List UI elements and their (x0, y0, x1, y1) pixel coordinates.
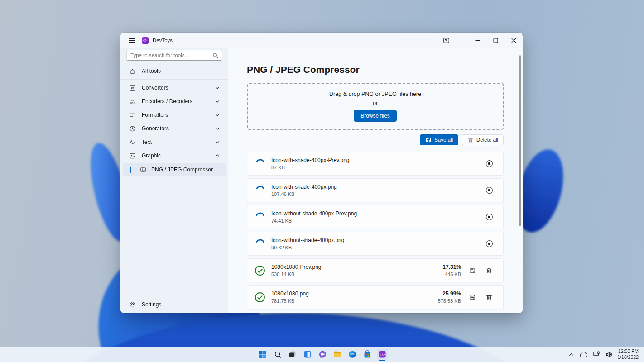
sidebar-item-label: Formatters (142, 112, 168, 118)
volume-tray-button[interactable] (605, 350, 614, 359)
trash-icon (485, 294, 493, 301)
compressed-size: 578.58 KB (438, 298, 461, 304)
sidebar-item-converters[interactable]: Converters (122, 81, 227, 95)
file-size: 107.46 KB (271, 191, 337, 197)
browse-files-button[interactable]: Browse files (354, 110, 397, 122)
encoders-decoders-icon: 101010 (129, 98, 136, 105)
page-title: PNG / JPEG Compressor (247, 64, 504, 75)
stop-icon (485, 160, 493, 167)
save-file-button[interactable] (467, 265, 478, 276)
chat-button[interactable] (317, 349, 328, 360)
dropzone-or-label: or (373, 100, 378, 106)
tool-search-box[interactable] (126, 50, 222, 61)
chat-icon (318, 350, 327, 358)
sidebar: All tools Converters 101010 (120, 48, 228, 313)
file-row: 1080x1080.png 781.75 KB 25.99% 578.58 KB (247, 285, 504, 309)
file-name: 1080x1080.png (271, 291, 309, 297)
sidebar-item-formatters[interactable]: Formatters (122, 108, 227, 122)
edge-browser-button[interactable] (347, 349, 358, 360)
svg-text:</>: </> (380, 353, 385, 357)
svg-text:101: 101 (129, 99, 134, 101)
compressed-size: 445 KB (442, 272, 461, 277)
sidebar-item-generators[interactable]: Generators (122, 122, 227, 135)
taskbar-devtoys-button[interactable]: </> (377, 349, 388, 360)
microsoft-store-icon (363, 350, 371, 358)
file-size: 74.41 KB (271, 218, 357, 224)
chevron-down-icon (215, 99, 220, 104)
sidebar-item-png-jpeg-compressor[interactable]: PNG / JPEG Compressor (123, 163, 226, 176)
compression-percent: 25.99% (438, 291, 461, 297)
sidebar-item-encoders-decoders[interactable]: 101010 Encoders / Decoders (122, 95, 227, 108)
progress-spinner-icon (255, 158, 265, 169)
taskbar-search-button[interactable] (272, 349, 283, 360)
compact-overlay-button[interactable] (438, 34, 454, 46)
file-row: Icon-with-shade-400px-Prev.png 87 KB (247, 152, 504, 176)
edge-icon (348, 350, 356, 358)
sidebar-item-label: Generators (142, 125, 169, 132)
stop-icon (485, 240, 493, 248)
vertical-scrollbar[interactable] (519, 55, 521, 226)
sidebar-item-all-tools[interactable]: All tools (122, 65, 227, 77)
sidebar-item-label: Converters (142, 85, 168, 91)
sidebar-item-label: All tools (142, 68, 161, 74)
stop-icon (485, 186, 493, 194)
save-file-button[interactable] (467, 292, 478, 303)
cancel-compression-button[interactable] (484, 212, 495, 223)
tray-time: 12:00 PM (617, 348, 639, 354)
devtoys-window: </> DevToys (120, 33, 523, 313)
hidden-icons-button[interactable] (567, 351, 575, 358)
widgets-button[interactable] (302, 349, 313, 360)
close-icon (511, 38, 516, 43)
delete-file-button[interactable] (484, 292, 495, 303)
cancel-compression-button[interactable] (484, 185, 495, 196)
graphic-tools-icon (129, 152, 136, 159)
chevron-down-icon (215, 112, 220, 118)
generators-icon (129, 125, 136, 132)
task-view-icon (288, 350, 297, 358)
save-icon (425, 137, 432, 143)
file-list: Icon-with-shade-400px-Prev.png 87 KB (247, 152, 504, 309)
task-view-button[interactable] (287, 349, 298, 360)
compact-overlay-icon (443, 37, 450, 44)
sidebar-divider (120, 79, 228, 80)
speaker-icon (606, 351, 613, 358)
file-name: Icon-without-shade-400px-Prev.png (271, 210, 357, 217)
cancel-compression-button[interactable] (484, 238, 495, 249)
minimize-button[interactable] (468, 33, 486, 48)
file-row: Icon-without-shade-400px-Prev.png 74.41 … (247, 205, 504, 229)
progress-spinner-icon (255, 238, 265, 249)
clock[interactable]: 12:00 PM 1/18/2022 (617, 348, 639, 360)
svg-text:A: A (130, 140, 133, 145)
onedrive-tray-button[interactable] (579, 351, 588, 358)
sidebar-item-text[interactable]: AA Text (122, 135, 227, 149)
save-all-button[interactable]: Save all (420, 134, 458, 145)
svg-text:010: 010 (130, 102, 135, 105)
delete-all-label: Delete all (476, 137, 498, 143)
image-file-icon (139, 166, 147, 173)
gear-icon (129, 301, 136, 308)
delete-file-button[interactable] (484, 265, 495, 276)
maximize-button[interactable] (486, 33, 505, 48)
tray-date: 1/18/2022 (617, 354, 639, 360)
file-dropzone[interactable]: Drag & drop PNG or JPEG files here or Br… (247, 83, 504, 130)
sidebar-item-graphic[interactable]: Graphic (122, 149, 227, 162)
maximize-icon (493, 38, 498, 43)
file-explorer-button[interactable] (332, 349, 343, 360)
sidebar-item-settings[interactable]: Settings (122, 298, 227, 311)
chevron-down-icon (215, 85, 220, 90)
search-icon (274, 351, 282, 358)
ethernet-icon (593, 351, 600, 358)
windows-start-icon (259, 350, 267, 358)
search-input[interactable] (130, 52, 212, 58)
start-button[interactable] (257, 349, 268, 360)
sidebar-divider (120, 296, 228, 296)
close-button[interactable] (505, 33, 523, 48)
trash-icon (485, 267, 493, 274)
progress-spinner-icon (255, 212, 265, 223)
cancel-compression-button[interactable] (484, 158, 495, 169)
microsoft-store-button[interactable] (362, 349, 373, 360)
delete-all-button[interactable]: Delete all (462, 134, 504, 145)
minimize-icon (475, 38, 480, 43)
network-tray-button[interactable] (592, 350, 601, 359)
hamburger-menu-button[interactable] (126, 34, 138, 46)
